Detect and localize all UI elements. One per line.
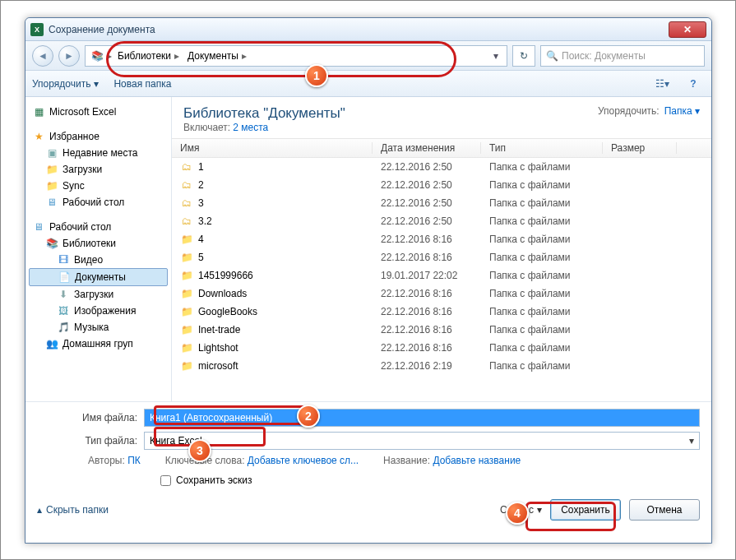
file-type: Папка с файлами [489,342,611,354]
file-row[interactable]: 📁GoogleBooks22.12.2016 8:16Папка с файла… [172,303,711,321]
file-row[interactable]: 🗂3.222.12.2016 2:50Папка с файлами [172,212,711,230]
file-date: 22.12.2016 8:16 [381,252,489,263]
sidebar-item-video[interactable]: 🎞 Видео [29,252,168,268]
file-row[interactable]: 📁Downloads22.12.2016 8:16Папка с файлами [172,285,711,303]
sidebar-item-music[interactable]: 🎵 Музыка [29,319,168,336]
search-input[interactable]: 🔍 Поиск: Документы [540,45,705,67]
folder-icon: 🗂 [180,215,193,228]
address-row: ◄ ► 📚 ▸ Библиотеки ▸ Документы ▸ ▾ ↻ 🔍 П… [25,41,711,71]
file-name: 4 [198,234,381,245]
image-icon: 🖼 [57,304,70,317]
new-folder-button[interactable]: Новая папка [113,78,171,90]
sidebar-item-downloads[interactable]: 📁 Загрузки [29,161,168,178]
back-button[interactable]: ◄ [32,45,53,67]
action-row: ▴ Скрыть папки Сервис ▾ Сохранить Отмена [25,491,711,530]
file-row[interactable]: 📁microsoft22.12.2016 2:19Папка с файлами [172,357,711,375]
cancel-button[interactable]: Отмена [629,499,700,521]
file-row[interactable]: 🗂222.12.2016 2:50Папка с файлами [172,176,711,194]
file-row[interactable]: 📁145199966619.01.2017 22:02Папка с файла… [172,266,711,285]
file-date: 22.12.2016 8:16 [381,342,489,354]
close-button[interactable]: ✕ [669,21,706,38]
file-name: Downloads [198,288,381,299]
search-icon: 🔍 [546,50,558,62]
folder-icon: 📁 [180,341,193,354]
column-header-name[interactable]: Имя [172,142,373,154]
document-icon: 📄 [58,271,71,284]
file-name: 2 [198,179,381,191]
sidebar-group-favorites[interactable]: ★ Избранное [29,128,168,145]
titlebar: X Сохранение документа ✕ [25,18,711,41]
filetype-combo[interactable]: Книга Excel ▾ [144,432,700,450]
homegroup-icon: 👥 [45,337,58,350]
includes-link[interactable]: 2 места [233,122,268,133]
file-date: 22.12.2016 8:16 [381,288,489,299]
doc-title-label: Название: [383,455,430,466]
annotation-marker-3: 3 [188,439,211,462]
folder-icon: 📁 [180,305,193,318]
sidebar-item-sync[interactable]: 📁 Sync [29,178,168,194]
column-header-type[interactable]: Тип [481,142,603,154]
forward-button[interactable]: ► [58,45,80,67]
keywords-value[interactable]: Добавьте ключевое сл... [248,455,359,466]
file-type: Папка с файлами [489,288,611,299]
chevron-down-icon: ▾ [94,78,99,90]
annotation-marker-2: 2 [297,405,320,428]
file-row[interactable]: 📁Inet-trade22.12.2016 8:16Папка с файлам… [172,321,711,339]
file-type: Папка с файлами [489,306,611,317]
breadcrumb-bar[interactable]: 📚 ▸ Библиотеки ▸ Документы ▸ ▾ [85,45,507,67]
column-header-date[interactable]: Дата изменения [373,142,481,154]
sidebar: ▦ Microsoft Excel ★ Избранное ▣ Недавние… [25,97,172,401]
chevron-down-icon: ▾ [695,105,700,117]
sidebar-item-recent[interactable]: ▣ Недавние места [29,145,168,161]
organize-button[interactable]: Упорядочить ▾ [32,78,99,90]
music-icon: 🎵 [57,321,70,334]
breadcrumb-item-libraries[interactable]: Библиотеки ▸ [115,50,182,62]
authors-value[interactable]: ПК [127,455,141,466]
help-button[interactable]: ? [682,75,705,93]
file-name: 3.2 [198,215,381,227]
sidebar-item-desktop[interactable]: 🖥 Рабочий стол [29,194,168,211]
file-row[interactable]: 📁Lightshot22.12.2016 8:16Папка с файлами [172,339,711,357]
sidebar-item-documents[interactable]: 📄 Документы [29,268,168,286]
save-thumbnail-checkbox[interactable] [160,475,171,486]
sidebar-item-homegroup[interactable]: 👥 Домашняя груп [29,336,168,352]
refresh-button[interactable]: ↻ [512,45,535,67]
file-date: 22.12.2016 2:50 [381,179,489,191]
file-date: 22.12.2016 8:16 [381,234,489,245]
breadcrumb-item-documents[interactable]: Документы ▸ [185,50,249,62]
file-name: 1451999666 [198,270,381,281]
file-row[interactable]: 🗂322.12.2016 2:50Папка с файлами [172,194,711,212]
sidebar-item-downloads2[interactable]: ⬇ Загрузки [29,286,168,303]
breadcrumb-dropdown[interactable]: ▾ [490,50,502,62]
view-icon: ☷ [655,78,664,90]
library-icon: 📚 [90,49,104,62]
view-options-button[interactable]: ☷ ▾ [650,75,674,93]
close-icon: ✕ [683,24,692,35]
sidebar-group-desktop[interactable]: 🖥 Рабочий стол [29,219,168,235]
filetype-label: Тип файла: [37,435,144,447]
chevron-right-icon: ▸ [174,50,179,62]
file-row[interactable]: 🗂122.12.2016 2:50Папка с файлами [172,158,711,176]
file-list: 🗂122.12.2016 2:50Папка с файлами🗂222.12.… [172,158,711,401]
filename-input[interactable] [144,409,700,427]
file-type: Папка с файлами [489,360,611,372]
file-date: 22.12.2016 2:50 [381,197,489,209]
file-row[interactable]: 📁422.12.2016 8:16Папка с файлами [172,230,711,248]
file-date: 19.01.2017 22:02 [381,270,489,281]
file-type: Папка с файлами [489,270,611,281]
annotation-marker-4: 4 [506,502,529,525]
doc-title-value[interactable]: Добавьте название [433,455,521,466]
save-dialog-window: X Сохранение документа ✕ ◄ ► 📚 ▸ Библиот… [25,17,712,544]
column-header-size[interactable]: Размер [603,142,677,154]
file-type: Папка с файлами [489,215,611,227]
sidebar-item-libraries[interactable]: 📚 Библиотеки [29,235,168,252]
save-button[interactable]: Сохранить [550,499,621,521]
file-row[interactable]: 📁522.12.2016 8:16Папка с файлами [172,248,711,266]
sidebar-item-images[interactable]: 🖼 Изображения [29,303,168,319]
column-headers: Имя Дата изменения Тип Размер [172,138,711,158]
file-name: 5 [198,252,381,263]
hide-folders-button[interactable]: ▴ Скрыть папки [37,504,109,516]
sidebar-item-excel[interactable]: ▦ Microsoft Excel [29,104,168,120]
desktop-icon: 🖥 [32,220,45,234]
sort-value-link[interactable]: Папка ▾ [664,105,700,117]
